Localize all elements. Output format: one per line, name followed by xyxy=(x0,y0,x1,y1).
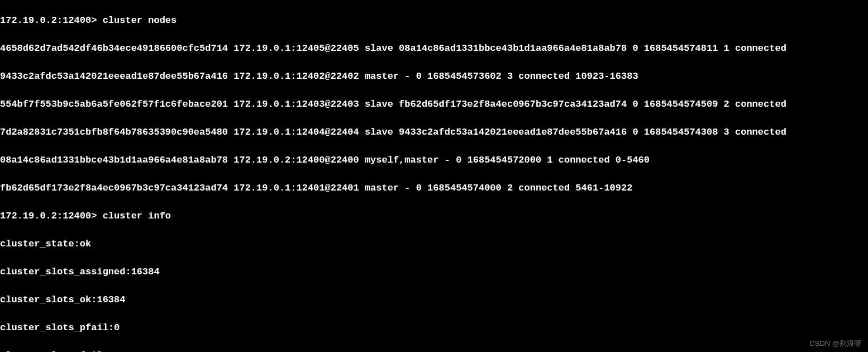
node-line: 08a14c86ad1331bbce43b1d1aa966a4e81a8ab78… xyxy=(0,154,868,168)
node-line: 9433c2afdc53a142021eeead1e87dee55b67a416… xyxy=(0,70,868,84)
info-line: cluster_state:ok xyxy=(0,237,868,251)
command-text: cluster nodes xyxy=(103,15,177,26)
command-text: cluster info xyxy=(103,211,171,221)
info-line: cluster_slots_fail:0 xyxy=(0,349,868,352)
node-line: 4658d62d7ad542df46b34ece49186600cfc5d714… xyxy=(0,42,868,56)
node-line: 7d2a82831c7351cbfb8f64b78635390c90ea5480… xyxy=(0,126,868,140)
watermark-text: CSDN @别浪呀 xyxy=(809,338,861,349)
prompt: 172.19.0.2:12400> xyxy=(0,211,103,221)
info-line: cluster_slots_assigned:16384 xyxy=(0,265,868,279)
info-line: cluster_slots_ok:16384 xyxy=(0,293,868,307)
prompt: 172.19.0.2:12400> xyxy=(0,15,103,26)
terminal-output[interactable]: 172.19.0.2:12400> cluster nodes 4658d62d… xyxy=(0,0,868,352)
node-line: 554bf7f553b9c5ab6a5fe062f57f1c6febace201… xyxy=(0,98,868,112)
node-line: fb62d65df173e2f8a4ec0967b3c97ca34123ad74… xyxy=(0,182,868,196)
info-line: cluster_slots_pfail:0 xyxy=(0,321,868,335)
